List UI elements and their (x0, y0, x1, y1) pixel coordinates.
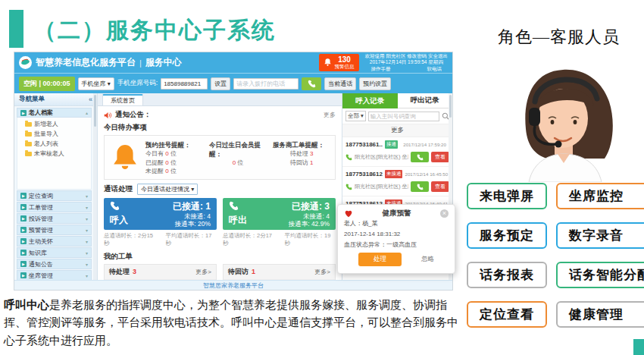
dial-button[interactable] (302, 77, 321, 90)
chevron-up-icon: ▴ (86, 110, 88, 115)
main-content: 系统首页 通知公告： 更多 今日待办事项 预约挂号提醒： (98, 93, 342, 280)
reminder-panel: 预约挂号提醒： 今日有 0 位 已提醒 0 位 未提醒 0 位 今日过生日会员提… (104, 135, 336, 180)
view-record-button[interactable]: 查看 (431, 152, 449, 162)
caller-search-input[interactable] (368, 112, 439, 121)
settings-button[interactable]: 设置 (211, 77, 230, 90)
folder-icon (25, 152, 32, 156)
app-body: 导航菜单 « ▶ 老人档案 ▴ 新增老人 (14, 93, 452, 280)
call-duration-stats: 总通话时长：2分15秒 平均通话时长：17秒 总通话时长：2分17秒 平均通话时… (104, 232, 336, 247)
feature-button[interactable]: 服务预定 (467, 222, 547, 249)
status-badge: 未接通 (385, 170, 403, 178)
phone-icon (229, 201, 239, 211)
sidebar-group-items: 新增老人 批量导入 老人列表 (17, 118, 92, 190)
chevron-down-icon: ▾ (86, 205, 88, 210)
reminder-group-work-order: 服务商工单提醒： 待处理 3 待回访 1 (273, 140, 330, 167)
tab-outbound-records[interactable]: 呼出记录 (398, 93, 453, 108)
sidebar-menu-item[interactable]: ▶ 预警管理 ▾ (17, 225, 92, 235)
sidebar-menu-item[interactable]: ▶ 工单管理 ▾ (17, 202, 92, 212)
sidebar-menu-item[interactable]: ▶ 投诉管理 ▾ (17, 213, 92, 224)
process-button[interactable]: 处理 (358, 253, 402, 266)
chevron-down-icon: ▾ (86, 193, 88, 199)
call-period-select[interactable]: 今日通话处理情况 ▾ (137, 184, 198, 195)
sidebar-menu-item[interactable]: ▶ 知识库 ▾ (17, 247, 92, 258)
datetime-text: 2017年12月14日 19:59:54 星期四 (365, 59, 448, 66)
menu-arrow-icon: ▶ (20, 215, 27, 221)
tab-home[interactable]: 系统首页 (102, 94, 143, 105)
phone-icon (417, 184, 424, 190)
health-alert-title: 健康预警 (353, 209, 440, 218)
app-window: 智慧养老信息化服务平台 | 服务中心 130 预警信息 欢迎使用 阳光社区 修改… (14, 52, 453, 291)
tab-inbound-records[interactable]: 呼入记录 (342, 93, 398, 108)
feature-button[interactable]: 健康管理 (556, 301, 644, 328)
chevron-down-icon: ▾ (86, 216, 88, 221)
call-handle-label: 通话处理 (104, 184, 133, 194)
sidebar-sub-item[interactable]: 新增老人 (25, 119, 91, 129)
view-record-button[interactable]: 查看 (431, 181, 449, 192)
reserve-settings-button[interactable]: 预约设置 (359, 77, 391, 90)
group-arrow-icon: ▶ (20, 110, 27, 116)
todo-title: 今日待办事项 (104, 123, 336, 133)
folder-icon (25, 142, 32, 146)
section-name: 服务中心 (145, 56, 182, 69)
app-footer: 智慧居家养老服务平台 (14, 280, 452, 290)
reminder-group-birthday: 今日过生日会员提醒： 0 位 (209, 140, 267, 168)
sidebar-menu-item[interactable]: ▶ 定位查询 ▾ (17, 190, 92, 201)
softphone-link[interactable]: 软电话 (427, 66, 442, 73)
folder-icon (25, 132, 32, 137)
sidebar-group-elder-archive[interactable]: ▶ 老人档案 ▴ (17, 108, 92, 118)
softphone-toolbar: 空闲 | 00:00:05 手机坐席 ▾ 手机坐席号码: 设置 当前通话 预约设… (14, 73, 452, 93)
alert-badge[interactable]: 130 预警信息 (319, 54, 359, 71)
page-title: （二）服务中心子系统 (33, 15, 276, 46)
feature-button[interactable]: 数字录音 (556, 222, 644, 249)
slide: （二）服务中心子系统 角色—客服人员 来电弹屏 坐席监控 服 (0, 0, 644, 355)
sidebar-scrollbar[interactable] (93, 93, 97, 280)
dial-number-input[interactable] (233, 78, 299, 90)
alert-time: 2017-12-14 18:31:32 (344, 229, 449, 240)
sidebar-sub-item[interactable]: 未审核老人 (25, 149, 91, 159)
sidebar-menu-item[interactable]: ▶ 通知公告 ▾ (17, 259, 92, 269)
records-more-link[interactable]: 更多 (342, 124, 452, 137)
current-call-button[interactable]: 当前通话 (324, 77, 356, 90)
ignore-button[interactable]: 忽略 (421, 255, 434, 264)
seat-type-select[interactable]: 手机坐席 ▾ (78, 77, 114, 90)
header-info: 欢迎使用 阳光社区 修改密码 安全退出 2017年12月14日 19:59:54… (365, 53, 448, 73)
callback-button[interactable] (411, 152, 429, 162)
reminder-group-appointment: 预约挂号提醒： 今日有 0 位 已提醒 0 位 未提醒 0 位 (145, 140, 203, 176)
alert-status: 血压状态异常：一级高血压 (344, 240, 449, 250)
feature-button[interactable]: 坐席监控 (556, 183, 644, 209)
welcome-links[interactable]: 欢迎使用 阳光社区 修改密码 安全退出 (365, 53, 448, 60)
alert-count: 130 (338, 55, 351, 64)
record-item: 18775318612 未接通 2017/12/14 16:45:50 阳光社区… (342, 167, 452, 196)
record-item: 1877531861.. 接通 2017/12/14 17:59:20 阳光社区… (342, 137, 452, 167)
feature-button[interactable]: 话务报表 (467, 262, 547, 288)
feature-button[interactable]: 话务智能分配 (556, 262, 644, 288)
customer-service-agent-photo (491, 62, 639, 182)
phone-icon (110, 201, 120, 211)
notice-more-link[interactable]: 更多 (324, 111, 336, 119)
sidebar-sub-item[interactable]: 批量导入 (25, 129, 91, 139)
sidebar-menu-list: ▶ 定位查询 ▾ ▶ 工单管理 ▾ ▶ 投诉管理 (14, 190, 97, 280)
sidebar-menu-item[interactable]: ▶ 主动关怀 ▾ (17, 236, 92, 247)
phone-icon (308, 80, 316, 88)
callback-more-link[interactable]: 更多> (314, 268, 330, 276)
close-icon[interactable]: × (440, 209, 449, 218)
chevron-down-icon: ▾ (86, 228, 88, 233)
health-alert-popup: 健康预警 × 老人：杨_某 2017-12-14 18:31:32 血压状态异常… (337, 204, 455, 274)
sidebar-menu-item[interactable]: ▶ 坐席管理 ▾ (17, 270, 92, 280)
brand-name: 智慧养老信息化服务平台 (36, 56, 136, 69)
feature-button[interactable]: 来电弹屏 (467, 183, 547, 209)
record-filter-select[interactable]: 全部 ▾ (345, 111, 366, 121)
pending-more-link[interactable]: 更多> (195, 268, 211, 276)
reminder-bell-icon (112, 143, 138, 172)
seat-number-input[interactable] (161, 78, 208, 90)
manual-link[interactable]: 操作手册 (371, 66, 391, 73)
menu-arrow-icon: ▶ (20, 238, 27, 244)
nav-title: 导航菜单 (19, 95, 45, 104)
description: 呼叫中心是养老服务的指挥调度中心，为整个智慧养老提供服务嫁接、服务调度、协调指挥… (4, 296, 458, 349)
feature-button-grid: 来电弹屏 坐席监控 服务预定 数字录音 话务报表 话务智能分配 定位查看 健康管… (467, 183, 644, 328)
seat-number-label: 手机坐席号码: (117, 79, 158, 88)
feature-button[interactable]: 定位查看 (467, 301, 547, 328)
sidebar-sub-item[interactable]: 老人列表 (25, 139, 91, 149)
sidebar-collapse-icon[interactable]: « (89, 96, 92, 103)
callback-button[interactable] (411, 181, 429, 192)
